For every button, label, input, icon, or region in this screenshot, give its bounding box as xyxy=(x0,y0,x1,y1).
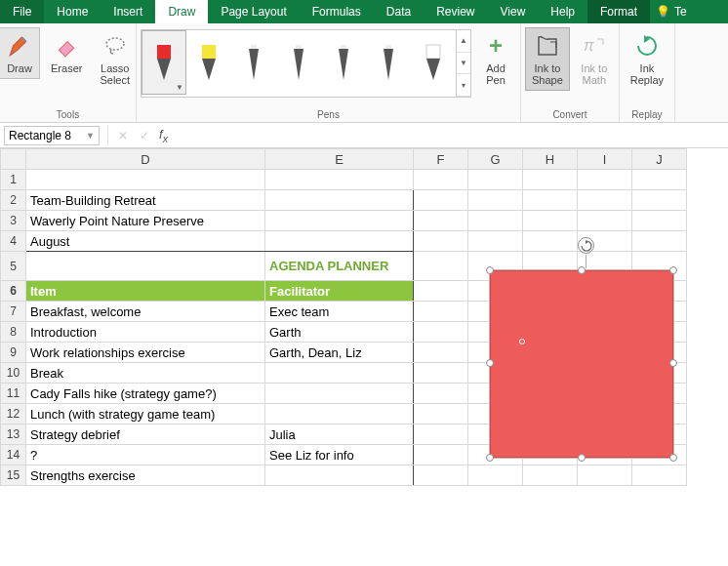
cell-facilitator[interactable] xyxy=(265,363,414,384)
cell-facilitator[interactable]: Garth, Dean, Liz xyxy=(265,343,414,363)
tab-home[interactable]: Home xyxy=(44,0,101,23)
cell-item[interactable]: Cady Falls hike (strategy game?) xyxy=(26,384,265,404)
col-header-E[interactable]: E xyxy=(265,149,414,170)
pen-yellow[interactable] xyxy=(186,30,231,95)
tab-help[interactable]: Help xyxy=(538,0,587,23)
scroll-more-icon[interactable]: ▾ xyxy=(457,74,470,97)
name-box-value: Rectangle 8 xyxy=(9,129,71,142)
col-header-D[interactable]: D xyxy=(26,149,265,170)
tab-file[interactable]: File xyxy=(0,0,44,23)
cell-item[interactable]: Introduction xyxy=(26,322,265,343)
draw-button[interactable]: Draw xyxy=(0,27,40,79)
spreadsheet[interactable]: D E F G H I J 1 2Team-Building Retreat 3… xyxy=(0,148,728,566)
svg-rect-3 xyxy=(202,45,216,59)
header-item[interactable]: Item xyxy=(26,281,265,302)
cell-item[interactable]: Strengths exercise xyxy=(26,465,265,486)
resize-handle[interactable] xyxy=(486,359,494,367)
row-header[interactable]: 8 xyxy=(1,322,26,343)
scroll-down-icon[interactable]: ▼ xyxy=(457,53,470,75)
group-replay: Ink Replay Replay xyxy=(620,23,675,122)
tab-data[interactable]: Data xyxy=(374,0,424,23)
cell-item[interactable]: ? xyxy=(26,445,265,465)
pens-scroll[interactable]: ▲ ▼ ▾ xyxy=(456,30,470,97)
tab-formulas[interactable]: Formulas xyxy=(300,0,374,23)
formula-input[interactable] xyxy=(172,126,728,145)
add-pen-button[interactable]: + Add Pen xyxy=(475,27,516,91)
pen-black-2[interactable] xyxy=(276,30,321,95)
row-header[interactable]: 1 xyxy=(1,170,26,190)
tab-review[interactable]: Review xyxy=(424,0,487,23)
cell-facilitator[interactable]: Exec team xyxy=(265,302,414,322)
ink-to-math-button: π Ink to Math xyxy=(574,27,615,91)
resize-handle[interactable] xyxy=(486,266,494,274)
col-header-J[interactable]: J xyxy=(632,149,687,170)
cell-item[interactable]: Break xyxy=(26,363,265,384)
resize-handle[interactable] xyxy=(669,454,677,462)
row-header[interactable]: 11 xyxy=(1,384,26,404)
cell-facilitator[interactable]: See Liz for info xyxy=(265,445,414,465)
chevron-down-icon[interactable]: ▼ xyxy=(86,131,95,141)
svg-marker-12 xyxy=(384,49,393,80)
row-header[interactable]: 15 xyxy=(1,465,26,486)
row-header[interactable]: 13 xyxy=(1,424,26,445)
cell-facilitator[interactable] xyxy=(265,404,414,424)
selected-shape[interactable] xyxy=(484,261,679,475)
row-header[interactable]: 6 xyxy=(1,281,26,302)
ink-replay-button[interactable]: Ink Replay xyxy=(624,27,670,91)
cell-facilitator[interactable] xyxy=(265,384,414,404)
lasso-label: Lasso Select xyxy=(100,62,130,86)
pens-gallery[interactable]: ▼ xyxy=(141,29,471,98)
tab-format[interactable]: Format xyxy=(587,0,650,23)
row-header[interactable]: 9 xyxy=(1,343,26,363)
cell-facilitator[interactable] xyxy=(265,465,414,486)
pen-white[interactable] xyxy=(411,30,456,95)
agenda-title[interactable]: AGENDA PLANNER xyxy=(265,252,414,281)
name-box[interactable]: Rectangle 8 ▼ xyxy=(4,126,100,145)
resize-handle[interactable] xyxy=(669,266,677,274)
lasso-button[interactable]: Lasso Select xyxy=(93,27,137,91)
row-header[interactable]: 5 xyxy=(1,252,26,281)
cell-item[interactable]: Breakfast, welcome xyxy=(26,302,265,322)
cell-item[interactable]: Work relationships exercise xyxy=(26,343,265,363)
select-all-corner[interactable] xyxy=(1,149,26,170)
row-header[interactable]: 14 xyxy=(1,445,26,465)
cell[interactable]: August xyxy=(26,231,265,252)
row-header[interactable]: 12 xyxy=(1,404,26,424)
tab-pagelayout[interactable]: Page Layout xyxy=(208,0,299,23)
pen-black-1[interactable] xyxy=(231,30,276,95)
col-header-G[interactable]: G xyxy=(468,149,523,170)
tab-insert[interactable]: Insert xyxy=(101,0,155,23)
resize-handle[interactable] xyxy=(669,359,677,367)
cell-facilitator[interactable]: Julia xyxy=(265,424,414,445)
pen-red[interactable]: ▼ xyxy=(142,30,186,95)
ink-to-shape-button[interactable]: Ink to Shape xyxy=(525,27,570,91)
tab-draw[interactable]: Draw xyxy=(155,0,208,23)
col-header-I[interactable]: I xyxy=(578,149,632,170)
resize-handle[interactable] xyxy=(578,266,586,274)
cell-facilitator[interactable]: Garth xyxy=(265,322,414,343)
cell[interactable]: Waverly Point Nature Preserve xyxy=(26,211,265,231)
resize-handle[interactable] xyxy=(486,454,494,462)
row-header[interactable]: 7 xyxy=(1,302,26,322)
tab-view[interactable]: View xyxy=(488,0,539,23)
cell-item[interactable]: Lunch (with strategy game team) xyxy=(26,404,265,424)
rectangle-shape[interactable] xyxy=(490,270,673,458)
fx-icon[interactable]: fx xyxy=(155,127,172,144)
pen-black-4[interactable] xyxy=(366,30,411,95)
tell-me[interactable]: 💡 Te xyxy=(650,0,693,23)
header-facilitator[interactable]: Facilitator xyxy=(265,281,414,302)
col-header-H[interactable]: H xyxy=(523,149,578,170)
pen-black-3[interactable] xyxy=(321,30,366,95)
row-header[interactable]: 2 xyxy=(1,190,26,211)
enter-icon: ✓ xyxy=(134,129,155,142)
rotate-handle[interactable] xyxy=(578,237,594,254)
cell-item[interactable]: Strategy debrief xyxy=(26,424,265,445)
row-header[interactable]: 4 xyxy=(1,231,26,252)
scroll-up-icon[interactable]: ▲ xyxy=(457,30,470,53)
eraser-button[interactable]: Eraser xyxy=(44,27,89,79)
cell[interactable]: Team-Building Retreat xyxy=(26,190,265,211)
resize-handle[interactable] xyxy=(578,454,586,462)
row-header[interactable]: 10 xyxy=(1,363,26,384)
col-header-F[interactable]: F xyxy=(414,149,468,170)
row-header[interactable]: 3 xyxy=(1,211,26,231)
